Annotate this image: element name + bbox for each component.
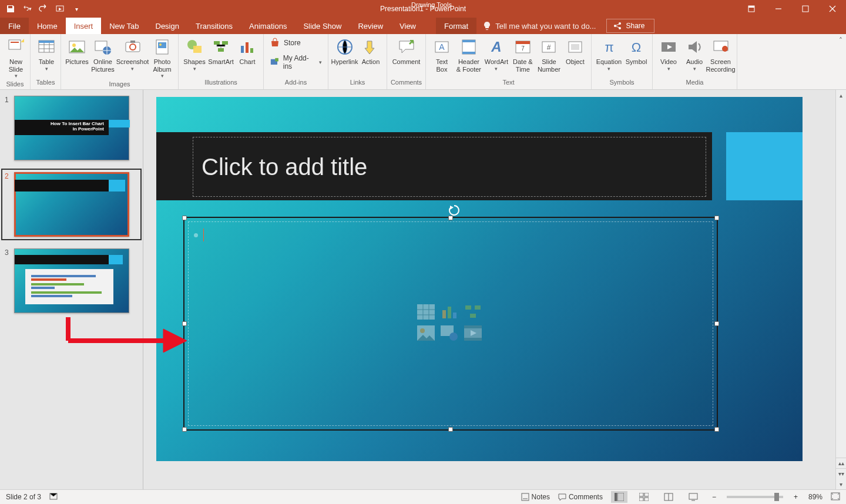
scroll-down-icon[interactable]: ▾ (836, 479, 846, 489)
wordart-button[interactable]: AWordArt▾ (484, 36, 509, 73)
ribbon-display-options-icon[interactable] (738, 0, 765, 18)
normal-view-icon[interactable] (611, 491, 627, 503)
audio-button[interactable]: Audio▾ (682, 36, 707, 73)
content-placeholder[interactable] (183, 217, 718, 431)
insert-chart-icon[interactable] (441, 304, 461, 322)
save-icon[interactable] (6, 4, 15, 14)
slide-number-button[interactable]: #Slide Number (536, 36, 562, 74)
slide-thumbnails-pane[interactable]: 1 How To Insert Bar Chart In PowerPoint … (0, 90, 143, 489)
screenshot-button[interactable]: Screenshot▾ (116, 36, 149, 73)
insert-video-icon[interactable] (464, 325, 484, 343)
text-box-button[interactable]: AText Box (429, 36, 454, 74)
action-button[interactable]: Action (358, 36, 383, 67)
slide-thumbnail-3[interactable] (14, 248, 129, 313)
pictures-button[interactable]: Pictures (65, 36, 89, 67)
group-label-addins: Add-ins (264, 79, 328, 89)
my-addins-button[interactable]: My Add-ins ▾ (267, 53, 324, 72)
store-button[interactable]: Store (267, 36, 303, 49)
tab-transitions[interactable]: Transitions (187, 18, 241, 34)
slide-canvas[interactable]: Click to add title (156, 97, 803, 461)
hyperlink-button[interactable]: Hyperlink (332, 36, 357, 67)
collapse-ribbon-icon[interactable]: ˄ (839, 36, 842, 45)
status-bar: Slide 2 of 3 Notes Comments − + 89% (0, 489, 846, 504)
video-button[interactable]: Video▾ (656, 36, 681, 73)
comment-button[interactable]: Comment (391, 36, 422, 67)
table-button[interactable]: Table▾ (34, 36, 59, 73)
undo-icon[interactable]: ▾ (22, 4, 32, 14)
svg-text:Ω: Ω (632, 40, 641, 55)
previous-slide-icon[interactable]: ▴▴ (836, 458, 846, 468)
notes-button[interactable]: Notes (521, 493, 550, 501)
start-from-beginning-icon[interactable] (55, 4, 65, 14)
tab-design[interactable]: Design (147, 18, 187, 34)
insert-smartart-icon[interactable] (464, 304, 484, 322)
redo-icon[interactable] (39, 4, 48, 14)
symbol-icon: Ω (627, 38, 646, 56)
svg-point-5 (614, 25, 616, 27)
maximize-icon[interactable] (792, 0, 819, 18)
slide-thumbnail-1[interactable]: How To Insert Bar Chart In PowerPoint (14, 96, 129, 160)
vertical-scrollbar[interactable]: ▴ ▴▴▾▾ ▾ (835, 90, 846, 489)
group-label-illustrations: Illustrations (179, 79, 263, 89)
video-icon (659, 38, 678, 56)
tell-me-search[interactable]: Tell me what you want to do... (476, 18, 602, 34)
svg-rect-74 (522, 493, 529, 500)
share-button[interactable]: Share (606, 19, 654, 33)
table-icon (37, 38, 56, 56)
smartart-button[interactable]: SmartArt (208, 36, 234, 67)
tab-insert[interactable]: Insert (66, 18, 102, 34)
group-label-links: Links (328, 79, 387, 89)
insert-online-pictures-icon[interactable] (441, 325, 461, 343)
slideshow-view-icon[interactable] (685, 491, 701, 503)
zoom-out-button[interactable]: − (710, 493, 719, 501)
svg-point-22 (159, 43, 162, 46)
zoom-level[interactable]: 89% (808, 493, 822, 501)
tab-newtab[interactable]: New Tab (101, 18, 147, 34)
slide-indicator[interactable]: Slide 2 of 3 (6, 493, 41, 501)
tab-slideshow[interactable]: Slide Show (295, 18, 350, 34)
zoom-in-button[interactable]: + (791, 493, 800, 501)
pictures-icon (68, 38, 86, 56)
photo-album-button[interactable]: Photo Album▾ (150, 36, 174, 80)
svg-rect-12 (39, 41, 54, 43)
slide-sorter-view-icon[interactable] (636, 491, 652, 503)
next-slide-icon[interactable]: ▾▾ (836, 468, 846, 479)
slide-editor[interactable]: Click to add title (143, 90, 846, 489)
screen-recording-button[interactable]: Screen Recording (708, 36, 733, 74)
shapes-button[interactable]: Shapes▾ (182, 36, 207, 73)
equation-button[interactable]: πEquation▾ (595, 36, 623, 73)
scroll-up-icon[interactable]: ▴ (836, 90, 846, 100)
insert-table-icon[interactable] (417, 304, 437, 322)
slide-thumbnail-2[interactable] (14, 172, 129, 237)
tab-animations[interactable]: Animations (241, 18, 295, 34)
online-pictures-button[interactable]: Online Pictures (90, 36, 115, 74)
zoom-slider[interactable] (727, 496, 783, 498)
header-footer-button[interactable]: Header & Footer (455, 36, 482, 74)
tab-home[interactable]: Home (29, 18, 66, 34)
spell-check-icon[interactable] (49, 492, 59, 503)
svg-point-53 (722, 46, 728, 52)
title-placeholder[interactable]: Click to add title (193, 137, 706, 197)
chart-button[interactable]: Chart (235, 36, 260, 67)
date-time-button[interactable]: 7Date & Time (511, 36, 535, 74)
tab-file[interactable]: File (0, 18, 29, 34)
rotation-handle-icon[interactable] (448, 204, 461, 217)
symbol-button[interactable]: ΩSymbol (624, 36, 649, 67)
svg-rect-27 (218, 48, 224, 52)
object-button[interactable]: Object (563, 36, 588, 67)
close-icon[interactable] (819, 0, 846, 18)
new-slide-button[interactable]: New Slide▾ (4, 36, 28, 80)
context-tab-label: Drawing Tools (411, 1, 452, 8)
insert-pictures-icon[interactable] (417, 325, 437, 343)
comments-button[interactable]: Comments (558, 493, 603, 501)
minimize-icon[interactable] (765, 0, 792, 18)
fit-to-window-icon[interactable] (831, 492, 840, 502)
tab-view[interactable]: View (391, 18, 424, 34)
svg-text:#: # (547, 43, 551, 52)
reading-view-icon[interactable] (660, 491, 677, 503)
qat-customize-icon[interactable]: ▾ (72, 4, 81, 14)
svg-text:A: A (491, 39, 501, 55)
share-label: Share (626, 22, 644, 30)
tab-review[interactable]: Review (350, 18, 391, 34)
tab-format[interactable]: Format (436, 18, 476, 34)
